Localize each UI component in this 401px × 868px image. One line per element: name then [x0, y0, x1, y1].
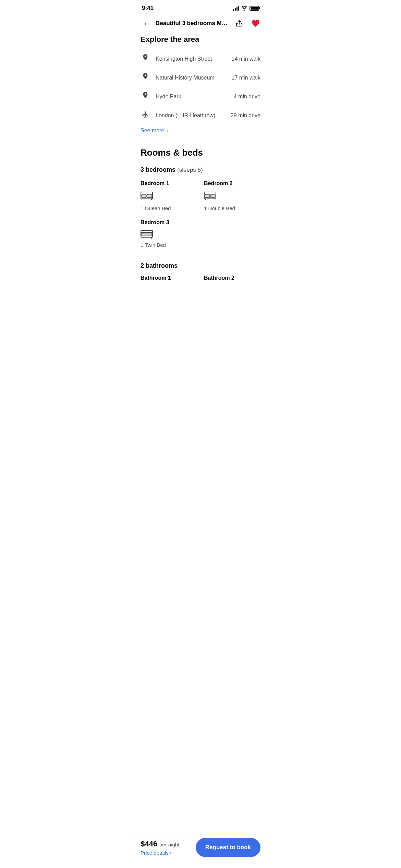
chevron-right-icon: › — [166, 128, 168, 133]
location-name: Kensington High Street — [156, 56, 232, 62]
see-more-link[interactable]: See more › — [141, 128, 260, 134]
svg-rect-4 — [205, 195, 210, 197]
location-list: Kensington High Street 14 min walk Natur… — [141, 49, 260, 125]
bedroom-1-card: Bedroom 1 1 Queen Bed — [141, 180, 197, 211]
bedrooms-grid: Bedroom 1 1 Queen Bed Bedroom 2 — [141, 180, 260, 211]
svg-rect-2 — [147, 195, 152, 197]
svg-rect-1 — [142, 195, 146, 197]
bedroom-2-bed-type: 1 Double Bed — [204, 205, 260, 211]
pin-icon — [141, 54, 150, 63]
nav-bar: ‹ Beautiful 3 bedrooms Mews H... — [134, 14, 267, 34]
bedroom-3-bed-type: 1 Twin Bed — [141, 242, 166, 248]
bedroom-3-label: Bedroom 3 — [141, 219, 169, 225]
bathroom-2-label: Bathroom 2 — [204, 275, 260, 281]
plane-icon — [141, 111, 150, 120]
bed-icon — [204, 191, 260, 203]
see-more-label: See more — [141, 128, 164, 134]
page-title: Beautiful 3 bedrooms Mews H... — [156, 20, 229, 27]
location-name: Hyde Park — [156, 94, 234, 100]
list-item: London (LHR-Heathrow) 29 min drive — [141, 106, 260, 125]
location-distance: 4 min drive — [234, 94, 260, 100]
pin-icon — [141, 92, 150, 101]
location-distance: 14 min walk — [232, 56, 260, 62]
bathroom-1-label: Bathroom 1 — [141, 275, 197, 281]
signal-icon — [233, 6, 239, 11]
bathrooms-section: 2 bathrooms Bathroom 1 Bathroom 2 — [141, 257, 260, 281]
bed-icon — [141, 191, 197, 203]
section-divider — [141, 254, 260, 254]
wifi-icon — [241, 6, 247, 11]
bathrooms-grid: Bathroom 1 Bathroom 2 — [141, 275, 260, 281]
status-bar: 9:41 — [134, 0, 267, 14]
location-distance: 17 min walk — [232, 75, 260, 81]
bedroom-1-bed-type: 1 Queen Bed — [141, 205, 197, 211]
status-time: 9:41 — [142, 5, 154, 12]
pin-icon — [141, 73, 150, 82]
share-icon — [235, 20, 243, 27]
explore-area-section: Explore the area Kensington High Street … — [141, 34, 260, 134]
bedroom-3-card: Bedroom 3 1 Twin Bed — [141, 219, 260, 248]
rooms-beds-section: Rooms & beds 3 bedrooms (sleeps 5) Bedro… — [141, 145, 260, 281]
favorite-button[interactable] — [250, 17, 262, 29]
bedroom-1-label: Bedroom 1 — [141, 180, 197, 186]
list-item: Hyde Park 4 min drive — [141, 87, 260, 106]
bedrooms-count: 3 bedrooms (sleeps 5) — [141, 166, 260, 173]
location-name: London (LHR-Heathrow) — [156, 112, 231, 119]
battery-icon — [250, 6, 259, 11]
share-button[interactable] — [233, 17, 245, 29]
rooms-beds-title: Rooms & beds — [141, 147, 260, 158]
back-icon: ‹ — [144, 20, 147, 27]
list-item: Natural History Museum 17 min walk — [141, 68, 260, 87]
bed-icon — [141, 229, 153, 239]
bedroom-2-card: Bedroom 2 1 Double Bed — [204, 180, 260, 211]
main-content: Explore the area Kensington High Street … — [134, 34, 267, 322]
status-icons — [233, 6, 259, 11]
bathrooms-title: 2 bathrooms — [141, 262, 260, 269]
location-name: Natural History Museum — [156, 75, 232, 81]
back-button[interactable]: ‹ — [139, 17, 151, 29]
nav-actions — [233, 17, 262, 29]
bedroom-2-label: Bedroom 2 — [204, 180, 260, 186]
svg-rect-5 — [210, 195, 215, 197]
bottom-spacer — [141, 281, 260, 322]
svg-rect-7 — [142, 233, 152, 236]
explore-area-title: Explore the area — [141, 34, 260, 49]
list-item: Kensington High Street 14 min walk — [141, 49, 260, 68]
heart-icon — [251, 19, 260, 28]
location-distance: 29 min drive — [231, 112, 260, 119]
